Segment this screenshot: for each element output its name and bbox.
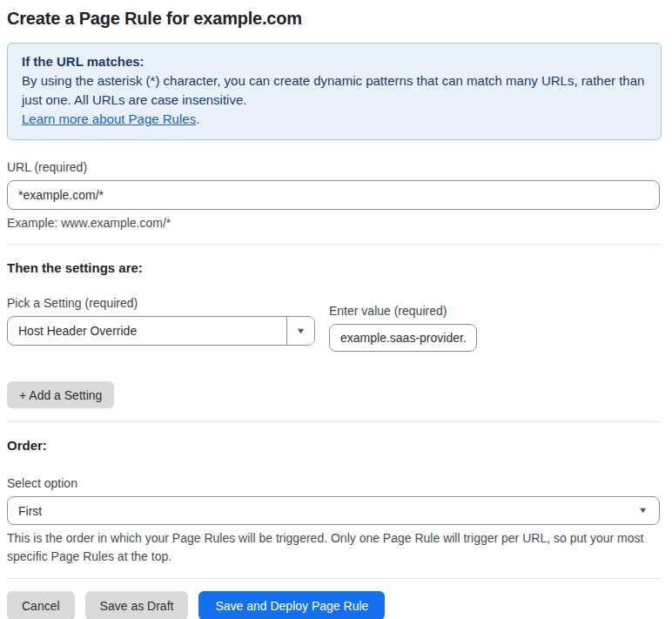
- setting-select[interactable]: Host Header Override ▼: [7, 316, 315, 346]
- save-and-deploy-button[interactable]: Save and Deploy Page Rule: [198, 591, 385, 619]
- order-heading: Order:: [7, 438, 660, 453]
- setting-select-value: Host Header Override: [8, 317, 286, 345]
- value-label: Enter value (required): [329, 304, 477, 319]
- url-example-hint: Example: www.example.com/*: [7, 216, 660, 231]
- info-banner-heading: If the URL matches:: [22, 52, 647, 71]
- setting-select-label: Pick a Setting (required): [7, 296, 315, 311]
- setting-value-input[interactable]: [329, 324, 477, 352]
- order-select[interactable]: First ▼: [7, 496, 660, 525]
- cancel-button[interactable]: Cancel: [7, 591, 75, 619]
- url-input[interactable]: [7, 180, 660, 210]
- info-banner-body: By using the asterisk (*) character, you…: [22, 71, 647, 110]
- chevron-down-icon: ▼: [295, 327, 306, 335]
- page-title: Create a Page Rule for example.com: [7, 9, 660, 29]
- order-help-text: This is the order in which your Page Rul…: [7, 529, 660, 566]
- order-select-label: Select option: [7, 476, 660, 491]
- setting-select-dropdown-button[interactable]: ▼: [286, 317, 314, 345]
- learn-more-link[interactable]: Learn more about Page Rules: [22, 111, 196, 126]
- setting-value-group: Enter value (required): [329, 304, 477, 352]
- url-label: URL (required): [7, 160, 660, 175]
- setting-select-group: Pick a Setting (required) Host Header Ov…: [7, 296, 315, 352]
- section-divider: [7, 421, 660, 422]
- settings-row: Pick a Setting (required) Host Header Ov…: [7, 296, 660, 352]
- order-select-arrow-wrap: ▼: [639, 497, 659, 524]
- section-divider: [7, 244, 660, 245]
- add-setting-button[interactable]: + Add a Setting: [7, 381, 114, 408]
- footer-actions: Cancel Save as Draft Save and Deploy Pag…: [7, 591, 660, 619]
- info-banner-link-line: Learn more about Page Rules.: [22, 110, 647, 129]
- chevron-down-icon: ▼: [638, 507, 648, 515]
- settings-heading: Then the settings are:: [7, 260, 660, 275]
- info-banner: If the URL matches: By using the asteris…: [7, 43, 662, 140]
- order-select-value: First: [8, 497, 639, 524]
- link-period: .: [196, 111, 199, 126]
- save-as-draft-button[interactable]: Save as Draft: [85, 591, 189, 619]
- page-rule-form: Create a Page Rule for example.com If th…: [0, 0, 665, 619]
- section-divider: [7, 578, 660, 579]
